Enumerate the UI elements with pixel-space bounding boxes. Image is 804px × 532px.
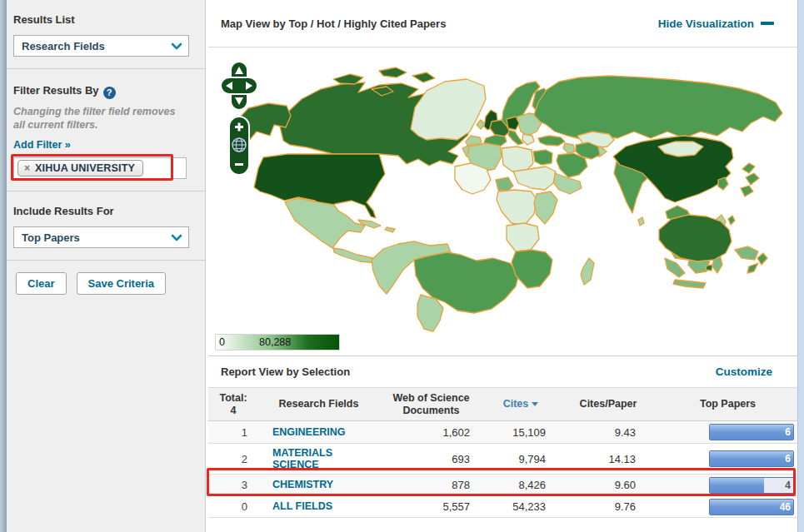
country-south-korea[interactable]: [718, 177, 728, 190]
country-mexico[interactable]: [285, 198, 365, 248]
results-list-section: Results List Research Fields: [7, 0, 205, 68]
column-header-top-papers: Top Papers: [658, 398, 797, 410]
save-criteria-button[interactable]: Save Criteria: [77, 272, 167, 295]
results-list-label: Results List: [13, 13, 193, 26]
map-color-scale: 0 80,288: [215, 334, 340, 351]
country-angola-zambia[interactable]: [507, 223, 539, 251]
zoom-out-icon[interactable]: [235, 163, 243, 166]
country-greenland[interactable]: [411, 79, 486, 140]
country-ireland[interactable]: [477, 120, 485, 129]
filter-tag-label: XIHUA UNIVERSITY: [35, 162, 135, 174]
country-nigeria[interactable]: [496, 177, 513, 191]
field-link[interactable]: CHEMISTRY: [258, 479, 379, 490]
include-results-section: Include Results For Top Papers: [7, 191, 205, 260]
row-rank: 1: [208, 426, 258, 439]
top-papers-value: 46: [780, 500, 791, 515]
country-turkey[interactable]: [538, 136, 565, 146]
field-link[interactable]: ENGINEERING: [258, 426, 379, 438]
country-japan[interactable]: [742, 163, 755, 173]
table-row: 1 ENGINEERING 1,602 15,109 9.43 6: [208, 421, 797, 444]
sidebar: Results List Research Fields Filter Resu…: [7, 0, 206, 532]
map-navigation-controls[interactable]: [218, 60, 262, 178]
country-balkans[interactable]: [522, 134, 534, 145]
country-germany[interactable]: [507, 117, 519, 130]
results-list-selected-value: Research Fields: [22, 40, 105, 52]
results-list-select[interactable]: Research Fields: [13, 35, 189, 57]
window-left-edge: [0, 0, 7, 532]
map-zoom-control[interactable]: [229, 117, 249, 175]
country-libya[interactable]: [502, 147, 533, 172]
top-papers-bar: 6: [709, 450, 794, 467]
country-japan[interactable]: [746, 173, 759, 185]
active-filter-area: × XIHUA UNIVERSITY: [13, 157, 189, 179]
country-arctic-island[interactable]: [412, 72, 435, 82]
filter-section: Filter Results By? Changing the filter f…: [7, 68, 205, 191]
row-rank: 3: [208, 479, 258, 491]
include-results-selected-value: Top Papers: [22, 231, 80, 244]
country-sumatra[interactable]: [665, 258, 685, 277]
country-south-africa[interactable]: [512, 250, 552, 288]
country-new-guinea[interactable]: [735, 246, 758, 260]
main-panel: Map View by Top / Hot / Highly Cited Pap…: [208, 0, 797, 532]
field-link[interactable]: MATERIALS SCIENCE: [258, 447, 350, 471]
cites-per-paper-value: 9.76: [558, 500, 658, 513]
column-header-research-fields: Research Fields: [258, 398, 379, 410]
country-madagascar[interactable]: [581, 258, 594, 285]
help-icon[interactable]: ?: [103, 87, 116, 99]
include-results-label: Include Results For: [13, 205, 193, 217]
report-view-title: Report View by Selection: [221, 365, 350, 378]
field-link[interactable]: ALL FIELDS: [258, 500, 379, 512]
report-header: Report View by Selection Customize: [208, 356, 797, 388]
row-rank: 0: [208, 500, 258, 513]
esi-map-report-page: Results List Research Fields Filter Resu…: [0, 0, 804, 532]
country-new-zealand[interactable]: [757, 253, 767, 265]
country-australia[interactable]: [659, 215, 732, 261]
customize-link[interactable]: Customize: [716, 365, 772, 378]
country-iraq[interactable]: [563, 143, 575, 153]
top-papers-value: 4: [785, 478, 791, 493]
country-tasmania[interactable]: [706, 265, 712, 271]
scrollbar[interactable]: [797, 0, 804, 532]
table-row: 0 ALL FIELDS 5,557 54,233 9.76 46: [208, 496, 797, 518]
remove-filter-icon[interactable]: ×: [24, 162, 30, 174]
include-results-select[interactable]: Top Papers: [13, 226, 189, 248]
map-header: Map View by Top / Hot / Highly Cited Pap…: [208, 0, 797, 47]
country-egypt[interactable]: [533, 150, 552, 165]
country-new-zealand[interactable]: [747, 263, 758, 273]
world-choropleth-map[interactable]: [208, 47, 797, 356]
column-header-cites-per-paper: Cites/Paper: [558, 398, 658, 410]
map-view-title: Map View by Top / Hot / Highly Cited Pap…: [221, 17, 446, 30]
column-header-cites-sort[interactable]: Cites: [483, 398, 558, 410]
cites-per-paper-value: 9.43: [558, 426, 658, 439]
country-saudi-arabia[interactable]: [557, 153, 587, 177]
map-visualization: 0 80,288: [208, 47, 797, 356]
country-congo[interactable]: [497, 190, 537, 226]
total-header: Total: 4: [208, 392, 258, 417]
country-japan[interactable]: [741, 186, 753, 196]
map-pan-control[interactable]: [221, 62, 257, 110]
top-papers-bar: 6: [709, 424, 794, 440]
documents-value: 5,557: [379, 500, 483, 513]
country-taiwan[interactable]: [728, 216, 735, 225]
filter-note: Changing the filter field removes all cu…: [13, 106, 187, 132]
total-count: 4: [208, 405, 258, 417]
top-papers-value: 6: [785, 451, 791, 466]
collapse-minus-icon[interactable]: [761, 22, 774, 25]
country-java[interactable]: [673, 280, 706, 288]
clear-button[interactable]: Clear: [16, 272, 67, 295]
country-arctic-island[interactable]: [379, 67, 407, 77]
filter-results-label: Filter Results By: [13, 84, 99, 97]
table-row: 2 MATERIALS SCIENCE 693 9,794 14.13 6: [208, 444, 797, 475]
filter-tag[interactable]: × XIHUA UNIVERSITY: [17, 160, 143, 177]
country-east-africa[interactable]: [534, 191, 557, 224]
filter-input[interactable]: × XIHUA UNIVERSITY: [13, 157, 187, 179]
cites-value: 8,426: [483, 479, 558, 491]
documents-value: 693: [379, 453, 483, 465]
chevron-down-icon: [171, 42, 182, 50]
country-russia[interactable]: [534, 76, 782, 140]
hide-visualization-link[interactable]: Hide Visualization: [658, 17, 754, 30]
country-sri-lanka[interactable]: [638, 217, 644, 226]
add-filter-link[interactable]: Add Filter »: [13, 139, 71, 151]
country-sudan-chad[interactable]: [513, 167, 556, 190]
country-hispaniola[interactable]: [385, 227, 395, 232]
